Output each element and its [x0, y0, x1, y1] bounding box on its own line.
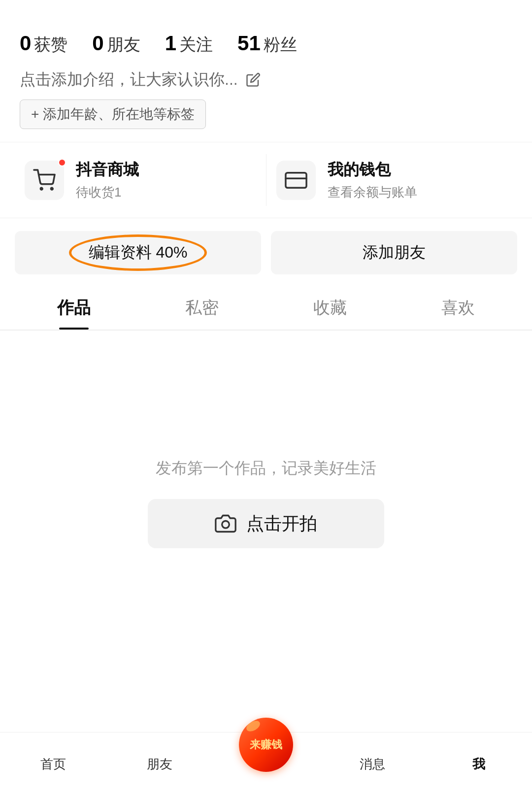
edit-bio-icon[interactable] [245, 71, 262, 88]
earn-money-label: 来赚钱 [250, 738, 282, 751]
wallet-name: 我的钱包 [328, 159, 417, 181]
add-friend-button[interactable]: 添加朋友 [271, 231, 517, 274]
tab-likes-label: 喜欢 [441, 297, 475, 319]
nav-friends[interactable]: 朋友 [106, 732, 213, 796]
nav-messages-label: 消息 [360, 756, 385, 773]
tab-favorites[interactable]: 收藏 [266, 286, 394, 330]
earn-money-badge: 来赚钱 [239, 718, 293, 772]
tab-private-label: 私密 [185, 297, 219, 319]
empty-text: 发布第一个作品，记录美好生活 [156, 458, 376, 479]
svg-rect-2 [285, 172, 306, 188]
bio-section: 点击添加介绍，让大家认识你... + 添加年龄、所在地等标签 [0, 64, 532, 137]
edit-profile-button[interactable]: 编辑资料 40% [15, 231, 261, 274]
nav-messages[interactable]: 消息 [319, 732, 426, 796]
following-count: 1 [165, 32, 176, 55]
nav-me[interactable]: 我 [426, 732, 532, 796]
mall-info: 抖音商城 待收货1 [76, 159, 139, 201]
add-tag-label: + 添加年龄、所在地等标签 [31, 105, 195, 124]
mall-sub: 待收货1 [76, 184, 139, 201]
tab-works[interactable]: 作品 [10, 286, 138, 330]
nav-me-label: 我 [472, 756, 485, 773]
nav-earn-money[interactable]: 来赚钱 [213, 732, 319, 796]
shoot-label: 点击开拍 [246, 512, 317, 536]
douyin-mall-card[interactable]: 抖音商城 待收货1 [15, 154, 266, 206]
friends-label: 朋友 [107, 33, 140, 56]
tab-favorites-label: 收藏 [313, 297, 347, 319]
stat-friends: 0 朋友 [92, 32, 140, 56]
content-area: 发布第一个作品，记录美好生活 点击开拍 [0, 331, 532, 675]
mall-name: 抖音商城 [76, 159, 139, 181]
mall-icon-box [25, 161, 64, 200]
bottom-nav: 首页 朋友 来赚钱 消息 我 [0, 732, 532, 796]
svg-point-4 [222, 521, 230, 529]
fans-count: 51 [237, 32, 261, 55]
wallet-info: 我的钱包 查看余额与账单 [328, 159, 417, 201]
following-label: 关注 [179, 33, 213, 56]
bio-placeholder: 点击添加介绍，让大家认识你... [20, 69, 238, 91]
svg-point-1 [51, 188, 53, 190]
service-row: 抖音商城 待收货1 我的钱包 查看余额与账单 [0, 142, 532, 218]
tab-private[interactable]: 私密 [138, 286, 266, 330]
nav-home-label: 首页 [40, 756, 66, 773]
friends-count: 0 [92, 32, 103, 55]
edit-profile-label: 编辑资料 40% [89, 242, 188, 264]
likes-label: 获赞 [34, 33, 67, 56]
nav-home[interactable]: 首页 [0, 732, 106, 796]
notification-dot [58, 159, 66, 166]
add-tag-button[interactable]: + 添加年龄、所在地等标签 [20, 100, 206, 129]
svg-point-0 [40, 188, 42, 190]
stat-fans: 51 粉丝 [237, 32, 297, 56]
nav-friends-label: 朋友 [147, 756, 172, 773]
fans-label: 粉丝 [264, 33, 297, 56]
likes-count: 0 [20, 32, 31, 55]
add-friend-label: 添加朋友 [363, 242, 426, 264]
tabs-row: 作品 私密 收藏 喜欢 [0, 286, 532, 331]
camera-icon [215, 513, 236, 534]
shoot-button[interactable]: 点击开拍 [148, 499, 384, 548]
wallet-icon [285, 169, 307, 192]
stats-row: 0 获赞 0 朋友 1 关注 51 粉丝 [0, 22, 532, 64]
tab-likes[interactable]: 喜欢 [394, 286, 522, 330]
wallet-icon-box [276, 161, 316, 200]
status-bar [0, 0, 532, 22]
bio-text[interactable]: 点击添加介绍，让大家认识你... [20, 69, 512, 91]
wallet-card[interactable]: 我的钱包 查看余额与账单 [266, 154, 518, 206]
stat-likes: 0 获赞 [20, 32, 67, 56]
cart-icon [33, 169, 56, 192]
wallet-sub: 查看余额与账单 [328, 184, 417, 201]
action-row: 编辑资料 40% 添加朋友 [0, 223, 532, 286]
stat-following: 1 关注 [165, 32, 213, 56]
tab-works-label: 作品 [57, 297, 91, 319]
